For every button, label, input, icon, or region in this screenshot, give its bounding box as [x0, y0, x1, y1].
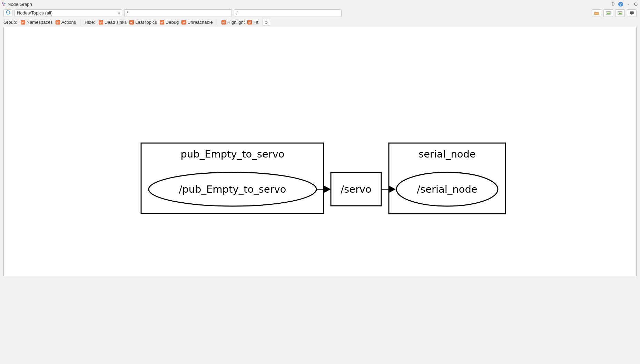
- fit-checkbox[interactable]: Fit: [247, 20, 258, 25]
- svg-point-2: [3, 4, 4, 6]
- actions-label: Actions: [61, 20, 76, 25]
- open-button[interactable]: [592, 9, 601, 17]
- checkbox-checked-icon: [56, 20, 60, 24]
- namespaces-label: Namespaces: [27, 20, 53, 25]
- power-icon: [264, 20, 268, 24]
- save-image-button[interactable]: [603, 9, 613, 17]
- filter-input-1[interactable]: /: [124, 9, 232, 17]
- svg-point-0: [2, 2, 3, 4]
- checkbox-checked-icon: [99, 20, 103, 24]
- namespace-title-2: serial_node: [419, 148, 476, 160]
- node-label-2: /serial_node: [417, 183, 477, 195]
- monitor-icon: [629, 11, 634, 15]
- highlight-checkbox[interactable]: Highlight: [221, 20, 245, 25]
- toolbar-left: Nodes/Topics (all) ▴▾ / /: [3, 9, 590, 17]
- checkbox-checked-icon: [21, 20, 25, 24]
- unreachable-checkbox[interactable]: Unreachable: [181, 20, 213, 25]
- dead-sinks-label: Dead sinks: [105, 20, 127, 25]
- arrowhead-2: [389, 186, 396, 193]
- maximize-button[interactable]: [633, 1, 639, 7]
- checkbox-checked-icon: [221, 20, 226, 24]
- node-label-1: /pub_Empty_to_servo: [179, 183, 286, 195]
- titlebar-left: Node Graph: [1, 2, 32, 7]
- folder-icon: [594, 11, 599, 15]
- auto-fit-button[interactable]: [263, 19, 270, 26]
- graph-canvas[interactable]: pub_Empty_to_servo /pub_Empty_to_servo /…: [3, 27, 637, 276]
- checkbox-checked-icon: [247, 20, 252, 24]
- actions-checkbox[interactable]: Actions: [56, 20, 76, 25]
- title-bar: Node Graph D ? -: [0, 0, 640, 8]
- options-bar: Group: Namespaces Actions Hide: Dead sin…: [0, 18, 640, 27]
- arrowhead-1: [324, 186, 331, 193]
- divider: [80, 19, 80, 26]
- topic-label: /servo: [341, 183, 372, 195]
- svg-point-1: [4, 3, 6, 4]
- save-dot-button[interactable]: [615, 9, 625, 17]
- checkbox-checked-icon: [160, 20, 164, 24]
- help-icon[interactable]: ?: [618, 1, 623, 7]
- highlight-label: Highlight: [227, 20, 245, 25]
- picture-icon: [606, 11, 611, 15]
- divider: [217, 19, 217, 26]
- group-label: Group:: [3, 20, 17, 25]
- minimize-button[interactable]: -: [626, 1, 631, 7]
- refresh-icon: [6, 10, 10, 16]
- window-title: Node Graph: [8, 2, 32, 7]
- svg-point-3: [634, 3, 637, 6]
- namespace-title-1: pub_Empty_to_servo: [180, 148, 284, 160]
- svg-point-6: [609, 12, 610, 12]
- leaf-topics-checkbox[interactable]: Leaf topics: [129, 20, 157, 25]
- hide-label: Hide:: [85, 20, 95, 25]
- debug-label: Debug: [166, 20, 179, 25]
- view-mode-dropdown[interactable]: Nodes/Topics (all) ▴▾: [14, 9, 122, 17]
- detach-icon[interactable]: D: [610, 1, 616, 7]
- filter1-value: /: [127, 10, 128, 16]
- graph-svg: pub_Empty_to_servo /pub_Empty_to_servo /…: [4, 27, 636, 276]
- svg-point-9: [621, 12, 621, 12]
- filter2-value: /: [236, 10, 238, 16]
- namespaces-checkbox[interactable]: Namespaces: [21, 20, 53, 25]
- unreachable-label: Unreachable: [187, 20, 213, 25]
- app-icon: [1, 2, 6, 7]
- screenshot-button[interactable]: [627, 9, 637, 17]
- svg-rect-12: [631, 14, 632, 14]
- refresh-button[interactable]: [3, 9, 12, 17]
- titlebar-right: D ? -: [610, 1, 639, 7]
- checkbox-checked-icon: [129, 20, 134, 24]
- checkbox-checked-icon: [181, 20, 186, 24]
- canvas-container: pub_Empty_to_servo /pub_Empty_to_servo /…: [0, 27, 640, 280]
- picture-export-icon: [618, 11, 622, 15]
- filter-input-2[interactable]: /: [234, 9, 342, 17]
- fit-label: Fit: [253, 20, 258, 25]
- debug-checkbox[interactable]: Debug: [160, 20, 179, 25]
- toolbar-right: [592, 9, 637, 17]
- dead-sinks-checkbox[interactable]: Dead sinks: [99, 20, 127, 25]
- dropdown-arrows-icon: ▴▾: [118, 11, 120, 15]
- toolbar: Nodes/Topics (all) ▴▾ / /: [0, 8, 640, 18]
- leaf-topics-label: Leaf topics: [135, 20, 157, 25]
- svg-rect-11: [630, 12, 633, 13]
- dropdown-value: Nodes/Topics (all): [17, 10, 52, 16]
